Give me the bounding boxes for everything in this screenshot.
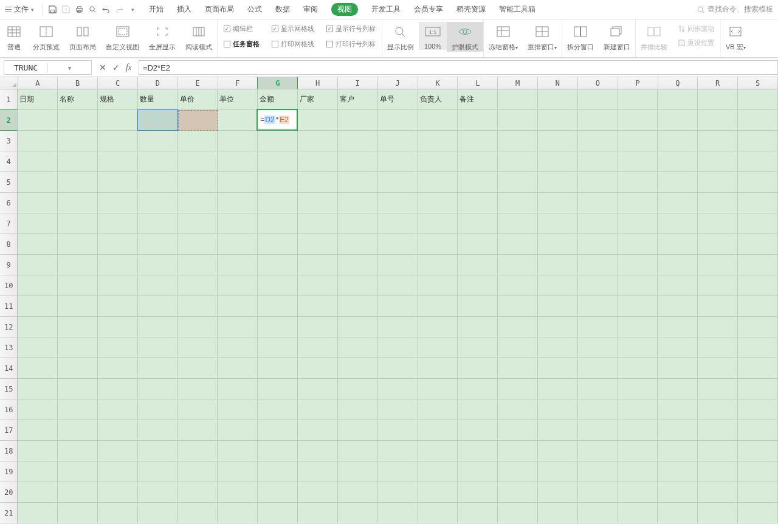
cell-I6[interactable] [338,193,378,213]
cell-A19[interactable] [18,461,58,482]
cell-I5[interactable] [338,172,378,193]
cell-B3[interactable] [58,131,98,151]
cell-K5[interactable] [418,172,458,193]
cell-Q1[interactable] [658,89,698,110]
col-header-A[interactable]: A [18,77,58,89]
cell-H15[interactable] [298,379,338,399]
cell-I9[interactable] [338,255,378,275]
cell-R5[interactable] [698,172,738,193]
cell-P20[interactable] [618,482,658,503]
cell-K1[interactable]: 负责人 [418,89,458,110]
cell-D7[interactable] [138,213,178,234]
cell-E11[interactable] [178,296,218,317]
cell-M1[interactable] [498,89,538,110]
cell-G16[interactable] [258,399,298,420]
cell-R1[interactable] [698,89,738,110]
cell-K6[interactable] [418,193,458,213]
cell-P10[interactable] [618,275,658,296]
cell-R15[interactable] [698,379,738,399]
cell-L7[interactable] [458,213,498,234]
cell-S1[interactable] [738,89,778,110]
cell-C12[interactable] [98,317,138,337]
cell-G5[interactable] [258,172,298,193]
cell-C21[interactable] [98,503,138,523]
cell-S18[interactable] [738,441,778,461]
row-header-11[interactable]: 11 [0,296,18,317]
cell-N6[interactable] [538,193,578,213]
cell-D6[interactable] [138,193,178,213]
cell-P21[interactable] [618,503,658,523]
formula-input[interactable]: =D2*E2 [139,60,778,75]
cell-L12[interactable] [458,317,498,337]
row-header-16[interactable]: 16 [0,399,18,420]
cell-D21[interactable] [138,503,178,523]
cell-C8[interactable] [98,234,138,255]
row-header-2[interactable]: 2 [0,109,18,131]
cell-G14[interactable] [258,358,298,379]
cell-G13[interactable] [258,337,298,358]
col-header-L[interactable]: L [458,77,498,89]
cell-O13[interactable] [578,337,618,358]
col-header-O[interactable]: O [578,77,618,89]
cell-L5[interactable] [458,172,498,193]
cell-G2[interactable]: =D2*E2 [256,109,298,131]
cell-Q20[interactable] [658,482,698,503]
cell-H2[interactable] [298,110,338,131]
qat-dropdown-icon[interactable]: ▾ [126,3,139,16]
cell-I11[interactable] [338,296,378,317]
cell-N8[interactable] [538,234,578,255]
cell-R13[interactable] [698,337,738,358]
cell-F15[interactable] [218,379,258,399]
cell-B19[interactable] [58,461,98,482]
cell-D3[interactable] [138,131,178,151]
cell-N9[interactable] [538,255,578,275]
cell-S6[interactable] [738,193,778,213]
cell-L20[interactable] [458,482,498,503]
cell-I19[interactable] [338,461,378,482]
cell-H6[interactable] [298,193,338,213]
zoom-ratio[interactable]: 显示比例 [382,22,419,52]
cell-P4[interactable] [618,151,658,172]
tab-resource[interactable]: 稻壳资源 [456,3,486,16]
cell-S5[interactable] [738,172,778,193]
cell-D17[interactable] [138,420,178,441]
cell-D1[interactable]: 数量 [138,89,178,110]
cell-J1[interactable]: 单号 [378,89,418,110]
zoom-100[interactable]: 1:1 100% [419,22,447,50]
select-all-corner[interactable]: ◢ [0,77,18,89]
cell-R8[interactable] [698,234,738,255]
cell-A15[interactable] [18,379,58,399]
cell-C2[interactable] [98,110,138,131]
row-header-13[interactable]: 13 [0,337,18,358]
cell-I1[interactable]: 客户 [338,89,378,110]
cell-L4[interactable] [458,151,498,172]
cell-H14[interactable] [298,358,338,379]
cell-Q5[interactable] [658,172,698,193]
row-header-4[interactable]: 4 [0,151,18,172]
cell-Q16[interactable] [658,399,698,420]
cell-O21[interactable] [578,503,618,523]
cell-Q21[interactable] [658,503,698,523]
cell-N17[interactable] [538,420,578,441]
cell-A11[interactable] [18,296,58,317]
cell-E15[interactable] [178,379,218,399]
cell-O19[interactable] [578,461,618,482]
cell-H8[interactable] [298,234,338,255]
cell-S16[interactable] [738,399,778,420]
cell-R17[interactable] [698,420,738,441]
cell-D19[interactable] [138,461,178,482]
cell-M18[interactable] [498,441,538,461]
cell-K7[interactable] [418,213,458,234]
cell-M9[interactable] [498,255,538,275]
cell-A17[interactable] [18,420,58,441]
cell-J5[interactable] [378,172,418,193]
cell-H5[interactable] [298,172,338,193]
row-header-19[interactable]: 19 [0,461,18,482]
cell-N4[interactable] [538,151,578,172]
cell-F7[interactable] [218,213,258,234]
cell-N12[interactable] [538,317,578,337]
col-header-M[interactable]: M [498,77,538,89]
cell-J14[interactable] [378,358,418,379]
cell-C11[interactable] [98,296,138,317]
cell-R10[interactable] [698,275,738,296]
